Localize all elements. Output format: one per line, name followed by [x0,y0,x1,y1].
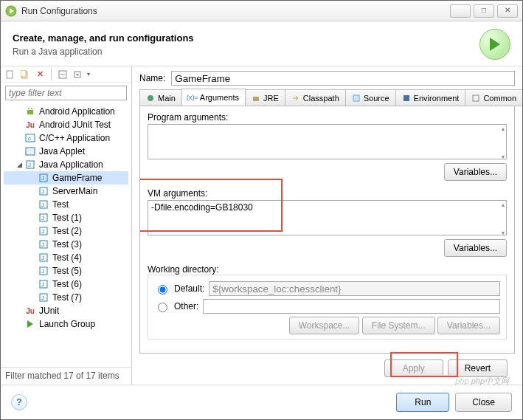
apply-button[interactable]: Apply [384,359,443,377]
tree-item-label: C/C++ Application [39,133,110,143]
run-configurations-dialog: Run Configurations □ ✕ Create, manage, a… [0,0,523,420]
dialog-button-bar: ? Run Close php php中文网 [1,385,522,419]
default-dir-field [209,281,500,296]
left-panel: ✕ ▾ Android ApplicationJuAndroid JUnit T… [1,66,132,385]
svg-rect-40 [403,95,409,101]
svg-text:c: c [28,135,31,142]
java-icon: J [38,265,49,277]
minimize-button[interactable] [450,4,471,18]
filesystem-button[interactable]: File System... [362,317,435,334]
vm-args-textarea[interactable]: -Dfile.encoding=GB18030 [148,200,507,235]
revert-button[interactable]: Revert [448,359,508,377]
toolbar-dropdown-icon[interactable]: ▾ [87,71,90,78]
scroll-up-icon[interactable]: ▴ [502,125,505,132]
tree-item[interactable]: JGameFrame [4,171,128,185]
name-row: Name: [139,71,515,86]
svg-text:J: J [41,255,44,261]
tab-icon [252,94,260,103]
close-button[interactable]: ✕ [497,4,518,18]
arguments-tab-content: Program arguments: ▴ ▾ Variables... VM a… [139,106,515,354]
name-input[interactable] [171,71,515,86]
wd-variables-button[interactable]: Variables... [437,317,500,334]
svg-rect-9 [27,110,33,114]
tab-bar: Main(x)=ArgumentsJREClasspathSourceEnvir… [139,89,522,106]
tab-main[interactable]: Main [139,89,182,106]
tree-item[interactable]: Java Applet [4,145,128,158]
tree-item[interactable]: JTest (1) [4,211,128,224]
duplicate-config-icon[interactable] [20,69,30,80]
svg-text:J: J [41,228,44,235]
c-icon: c [24,132,36,144]
expander-icon[interactable]: ◢ [17,161,24,168]
titlebar[interactable]: Run Configurations □ ✕ [1,1,522,21]
body: ✕ ▾ Android ApplicationJuAndroid JUnit T… [1,66,522,385]
default-radio[interactable] [158,285,167,295]
tree-item-label: Test [52,199,69,210]
tree-item[interactable]: JTest (6) [4,278,128,291]
tab-common[interactable]: Common [465,89,522,106]
tree-item[interactable]: JTest (4) [4,251,128,264]
other-radio[interactable] [158,303,167,312]
vm-variables-button[interactable]: Variables... [444,239,507,257]
tree-item-label: Android JUnit Test [39,120,111,130]
close-dialog-button[interactable]: Close [455,393,512,412]
tree-item-label: Launch Group [39,319,95,329]
expand-icon[interactable] [72,69,83,80]
svg-rect-38 [253,97,259,101]
tree-item-label: ServerMain [52,186,97,196]
tab-arguments[interactable]: (x)=Arguments [181,89,246,106]
android-icon [24,106,36,117]
working-dir-label: Working directory: [148,264,218,275]
tab-environment[interactable]: Environment [395,89,466,106]
scroll-up-icon[interactable]: ▴ [502,202,505,208]
tree-item[interactable]: JTest [4,198,128,211]
tab-label: Classpath [303,94,339,103]
tree-item[interactable]: JTest (7) [4,291,128,304]
svg-rect-14 [26,148,35,155]
tab-label: JRE [263,94,279,103]
tree-item[interactable]: JTest (3) [4,238,128,251]
default-radio-label: Default: [174,283,204,294]
delete-config-icon[interactable]: ✕ [35,69,45,80]
tab-classpath[interactable]: Classpath [285,89,346,106]
svg-marker-8 [76,74,79,76]
tree-item[interactable]: Launch Group [4,317,128,331]
tree-item-label: Test (3) [52,239,82,249]
app-icon [5,5,17,17]
java-icon: J [24,159,36,171]
maximize-button[interactable]: □ [474,4,494,18]
tab-icon: (x)= [188,93,197,102]
tree-item-label: Java Application [39,159,103,170]
help-button[interactable]: ? [11,394,27,410]
scroll-down-icon[interactable]: ▾ [502,154,505,160]
tab-source[interactable]: Source [345,89,396,106]
program-variables-button[interactable]: Variables... [444,163,507,181]
tree-item[interactable]: cC/C++ Application [4,131,128,145]
tree-item[interactable]: JuAndroid JUnit Test [4,118,128,131]
tree-item[interactable]: JTest (5) [4,264,128,278]
tree-item[interactable]: Android Application [4,105,128,118]
tree-item[interactable]: ◢JJava Application [4,158,128,171]
run-button[interactable]: Run [396,393,449,412]
tab-jre[interactable]: JRE [245,89,285,106]
other-radio-label: Other: [174,301,198,311]
new-config-icon[interactable] [5,69,15,80]
tab-icon [291,94,300,103]
workspace-button[interactable]: Workspace... [289,317,360,334]
java-icon: J [38,292,49,303]
tree-item[interactable]: JTest (2) [4,224,128,238]
svg-point-10 [28,108,30,109]
tree-item-label: Test (7) [52,292,82,303]
svg-text:J: J [41,215,44,221]
tab-label: Arguments [200,93,239,102]
tree-item-label: GameFrame [52,173,102,183]
collapse-all-icon[interactable] [58,69,68,80]
tree-item[interactable]: JuJUnit [4,304,128,317]
config-tree[interactable]: Android ApplicationJuAndroid JUnit Testc… [1,103,131,367]
filter-input[interactable] [5,86,127,100]
tree-item[interactable]: JServerMain [4,185,128,198]
tab-icon [471,94,480,103]
program-args-textarea[interactable] [148,124,507,159]
other-dir-field[interactable] [203,299,500,314]
scroll-down-icon[interactable]: ▾ [502,230,505,236]
